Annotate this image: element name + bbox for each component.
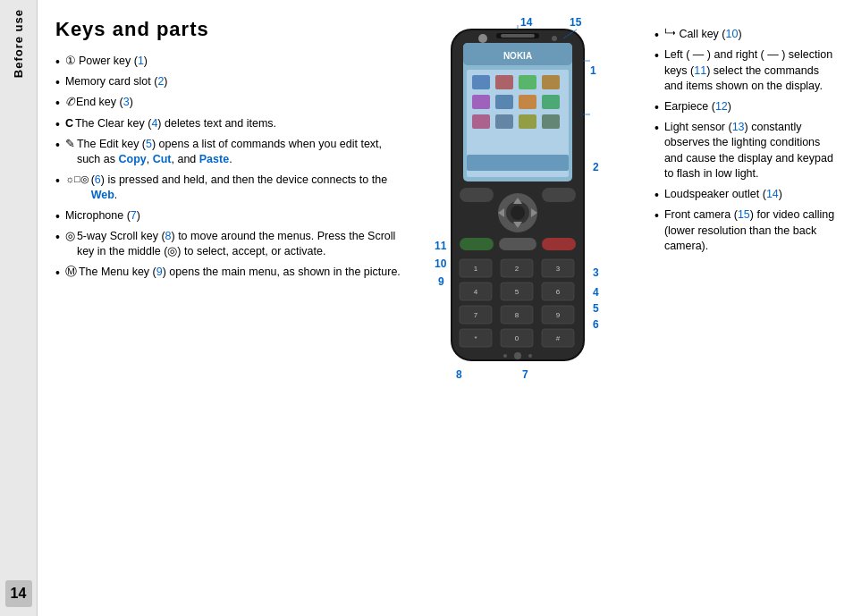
list-item: Front camera (15) for video calling (low…: [655, 207, 835, 255]
list-item: ☼□◎ (6) is pressed and held, and then th…: [55, 173, 404, 204]
list-item: ◎ 5-way Scroll key (8) to move around th…: [55, 229, 404, 260]
svg-rect-12: [542, 95, 560, 109]
label-3: 3: [593, 266, 599, 279]
svg-rect-6: [495, 75, 513, 89]
svg-point-62: [552, 36, 557, 41]
sidebar-label: Before use: [12, 9, 25, 78]
svg-text:3: 3: [556, 265, 561, 273]
svg-text:4: 4: [474, 288, 478, 296]
svg-rect-13: [472, 114, 490, 129]
svg-rect-28: [542, 238, 576, 250]
svg-rect-11: [519, 95, 536, 109]
svg-text:*: *: [474, 334, 477, 342]
svg-rect-14: [495, 114, 513, 129]
label-9: 9: [438, 275, 444, 288]
svg-rect-29: [499, 238, 536, 250]
svg-rect-7: [519, 75, 536, 89]
right-bullet-list: ⮡ Call key (10) Left ( — ) and right ( —…: [655, 27, 835, 255]
svg-rect-27: [460, 238, 494, 250]
label-11: 11: [435, 240, 446, 252]
svg-point-58: [514, 352, 521, 359]
right-column: ⮡ Call key (10) Left ( — ) and right ( —…: [646, 18, 835, 607]
svg-rect-17: [467, 155, 569, 171]
page-title: Keys and parts: [55, 18, 404, 41]
svg-text:8: 8: [515, 311, 519, 319]
phone-svg: NOKIA: [447, 25, 590, 374]
list-item: Microphone (7): [55, 208, 404, 224]
svg-point-60: [528, 354, 532, 358]
label-5: 5: [593, 302, 599, 315]
phone-diagram-area: 14 13 12 15 1 2 3 4 5 6 11 10 9 8 7 NOK: [422, 18, 628, 607]
svg-rect-18: [460, 188, 494, 202]
svg-text:#: #: [556, 334, 561, 342]
svg-text:7: 7: [474, 311, 478, 319]
svg-rect-19: [542, 188, 576, 202]
svg-rect-5: [472, 75, 490, 89]
svg-rect-8: [542, 75, 560, 89]
svg-rect-9: [472, 95, 490, 109]
svg-text:0: 0: [515, 334, 519, 342]
label-4: 4: [593, 286, 599, 299]
svg-text:2: 2: [515, 265, 519, 273]
svg-text:NOKIA: NOKIA: [503, 51, 532, 61]
list-item: Light sensor (13) constantly observes th…: [655, 120, 835, 182]
label-2: 2: [593, 161, 599, 173]
svg-text:5: 5: [515, 288, 519, 296]
list-item: Earpiece (12): [655, 99, 835, 115]
list-item: ① Power key (1): [55, 54, 404, 70]
svg-rect-10: [495, 95, 513, 109]
main-content: Keys and parts ① Power key (1) Memory ca…: [38, 0, 853, 616]
phone-diagram: 14 13 12 15 1 2 3 4 5 6 11 10 9 8 7 NOK: [422, 9, 619, 456]
svg-rect-64: [501, 34, 535, 38]
left-column: Keys and parts ① Power key (1) Memory ca…: [55, 18, 404, 607]
list-item-edit: ✎ The Edit key (5) opens a list of comma…: [55, 137, 404, 168]
page-number: 14: [5, 580, 32, 607]
list-item: Memory card slot (2): [55, 74, 404, 90]
list-item: Loudspeaker outlet (14): [655, 187, 835, 203]
label-10: 10: [435, 257, 446, 270]
svg-point-61: [478, 34, 487, 43]
left-bullet-list: ① Power key (1) Memory card slot (2) ✆ E…: [55, 54, 404, 281]
svg-rect-15: [519, 114, 536, 129]
svg-point-22: [511, 206, 525, 220]
svg-text:6: 6: [556, 288, 561, 296]
svg-text:9: 9: [556, 311, 561, 319]
svg-text:1: 1: [474, 265, 478, 273]
sidebar: Before use 14: [0, 0, 38, 616]
label-1: 1: [590, 64, 596, 77]
svg-rect-16: [542, 114, 560, 129]
list-item: Left ( — ) and right ( — ) selection key…: [655, 47, 835, 95]
list-item: Ⓜ The Menu key (9) opens the main menu, …: [55, 265, 404, 281]
list-item: C The Clear key (4) deletes text and ite…: [55, 116, 404, 132]
svg-point-59: [503, 354, 507, 358]
list-item: ⮡ Call key (10): [655, 27, 835, 43]
power-icon: ①: [65, 54, 76, 70]
list-item: ✆ End key (3): [55, 95, 404, 111]
label-6: 6: [593, 318, 599, 331]
